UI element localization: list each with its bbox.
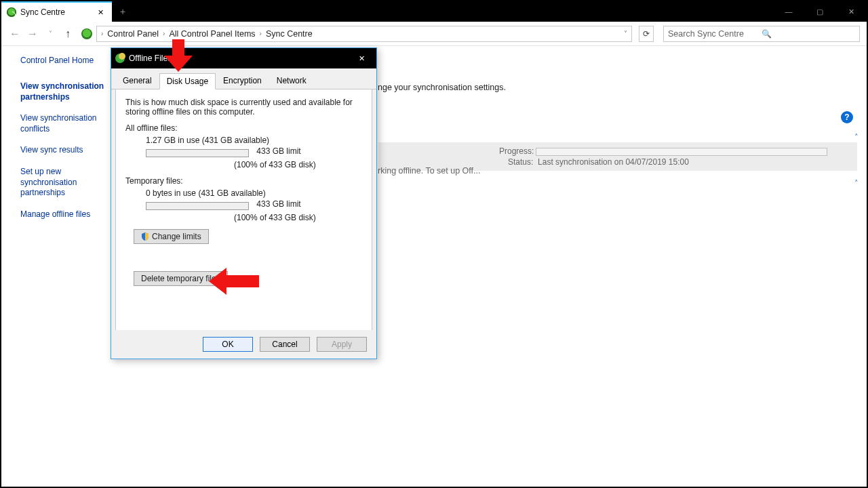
sidebar-item-view-results[interactable]: View sync results <box>20 145 108 156</box>
dialog-footer: OK Cancel Apply <box>111 330 376 359</box>
cancel-button[interactable]: Cancel <box>260 337 310 352</box>
tab-general[interactable]: General <box>115 73 159 89</box>
offline-files-dialog: Offline Files ✕ General Disk Usage Encry… <box>111 47 377 359</box>
status-text: Status: Last synchronisation on 04/07/20… <box>508 157 689 167</box>
chevron-right-icon: › <box>258 30 263 37</box>
address-bar: ← → ˅ ↑ › Control Panel › All Control Pa… <box>1 22 867 46</box>
tab-network[interactable]: Network <box>269 73 314 89</box>
new-tab-button[interactable]: + <box>112 1 134 22</box>
sidebar-item-view-conflicts[interactable]: View synchronisation conflicts <box>20 113 108 134</box>
sidebar-item-manage-offline[interactable]: Manage offline files <box>20 209 108 220</box>
control-panel-home-link[interactable]: Control Panel Home <box>20 56 108 65</box>
sync-centre-icon <box>7 7 16 17</box>
shield-icon <box>141 232 149 241</box>
change-limits-button[interactable]: Change limits <box>134 229 209 244</box>
crumb-sync-centre[interactable]: Sync Centre <box>263 28 315 40</box>
location-icon <box>81 28 92 39</box>
minimize-button[interactable]: ― <box>773 1 804 22</box>
tab-disk-usage[interactable]: Disk Usage <box>159 73 216 89</box>
collapse-icon[interactable]: ˄ <box>852 133 861 142</box>
all-offline-label: All offline files: <box>125 123 362 133</box>
temp-files-pct: (100% of 433 GB disk) <box>234 213 362 222</box>
tab-page-disk-usage: This is how much disk space is currently… <box>115 89 372 333</box>
refresh-button[interactable]: ⟳ <box>639 26 654 42</box>
chevron-right-icon: › <box>100 30 104 37</box>
temp-files-label: Temporary files: <box>125 176 362 186</box>
list-row-text: rking offline. To set up Off... <box>378 166 480 176</box>
chevron-down-icon[interactable]: ˅ <box>623 30 629 37</box>
maximize-button[interactable]: ▢ <box>804 1 835 22</box>
search-icon[interactable]: 🔍 <box>762 29 855 39</box>
temp-files-bar <box>146 202 249 210</box>
dialog-tabs: General Disk Usage Encryption Network <box>111 68 376 89</box>
main-description: nge your synchronisation settings. <box>378 83 506 92</box>
temp-files-limit: 433 GB limit <box>256 199 300 209</box>
crumb-control-panel[interactable]: Control Panel <box>104 28 161 40</box>
window-controls: ― ▢ ✕ <box>773 1 867 22</box>
temp-files-usage: 0 bytes in use (431 GB available) <box>146 188 362 198</box>
tab-title: Sync Centre <box>20 7 90 17</box>
close-dialog-button[interactable]: ✕ <box>352 51 371 66</box>
dialog-title-bar[interactable]: Offline Files ✕ <box>111 48 376 68</box>
offline-files-icon <box>115 54 125 63</box>
ok-button[interactable]: OK <box>203 337 253 352</box>
apply-button: Apply <box>317 337 367 352</box>
progress-label: Progress: <box>499 146 534 156</box>
all-offline-usage: 1.27 GB in use (431 GB available) <box>146 136 362 145</box>
side-panel: Control Panel Home View synchronisation … <box>20 56 108 230</box>
search-input[interactable]: Search Sync Centre 🔍 <box>663 26 860 42</box>
annotation-arrow-left <box>209 268 259 295</box>
crumb-all-items[interactable]: All Control Panel Items <box>166 28 258 40</box>
tab-encryption[interactable]: Encryption <box>216 73 269 89</box>
all-offline-pct: (100% of 433 GB disk) <box>234 160 362 169</box>
title-bar: Sync Centre ✕ + ― ▢ ✕ <box>1 1 867 22</box>
recent-dropdown[interactable]: ˅ <box>43 27 57 41</box>
back-button[interactable]: ← <box>8 27 22 41</box>
help-icon[interactable]: ? <box>841 111 853 123</box>
close-tab-icon[interactable]: ✕ <box>94 6 106 18</box>
all-offline-bar <box>146 149 249 157</box>
disk-usage-description: This is how much disk space is currently… <box>125 98 362 117</box>
annotation-arrow-down <box>164 39 193 75</box>
sidebar-item-view-partnerships[interactable]: View synchronisation partnerships <box>20 81 108 102</box>
browser-tab[interactable]: Sync Centre ✕ <box>1 1 112 22</box>
collapse-icon[interactable]: ˄ <box>852 179 861 188</box>
up-button[interactable]: ↑ <box>61 27 75 41</box>
search-placeholder: Search Sync Centre <box>668 29 762 39</box>
progress-bar <box>536 148 827 156</box>
chevron-right-icon: › <box>161 30 166 37</box>
forward-button[interactable]: → <box>26 27 39 41</box>
all-offline-limit: 433 GB limit <box>256 146 300 156</box>
close-window-button[interactable]: ✕ <box>835 1 867 22</box>
sidebar-item-setup-partnerships[interactable]: Set up new synchronisation partnerships <box>20 167 108 199</box>
